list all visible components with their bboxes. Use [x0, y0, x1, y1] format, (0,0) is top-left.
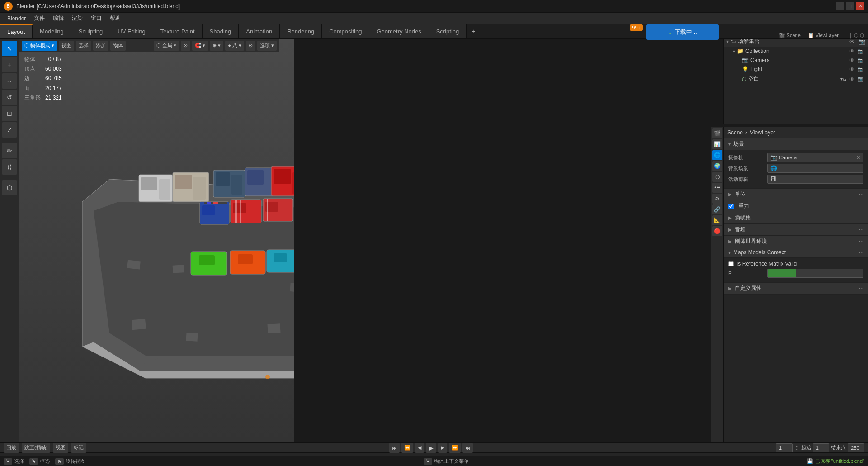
prop-tab-material[interactable]: 🔴 [712, 226, 722, 236]
download-button[interactable]: ↓ 下载中... [646, 24, 719, 40]
start-frame-input[interactable]: 1 [813, 443, 830, 452]
units-section-header[interactable]: ▶ 单位 ⋯ [724, 189, 868, 200]
jump-start-button[interactable]: ⏮ [389, 443, 400, 453]
collection-eye-icon[interactable]: 👁 [848, 48, 855, 54]
camera-clear-icon[interactable]: ✕ [856, 155, 860, 161]
empty-eye-icon[interactable]: 👁 [848, 76, 855, 82]
viewlayer-selector[interactable]: 📋 ViewLayer [808, 33, 839, 38]
view-menu-timeline[interactable]: 视图 [53, 443, 68, 453]
maximize-button[interactable]: □ [846, 2, 854, 10]
r-value-field[interactable] [767, 269, 863, 278]
snap-toggle[interactable]: 🧲 ▾ [192, 41, 208, 51]
tab-animation[interactable]: Animation [239, 24, 280, 38]
audio-section-header[interactable]: ▶ 音频 ⋯ [724, 224, 868, 236]
prop-tab-world[interactable]: 🌍 [712, 161, 722, 171]
add-menu[interactable]: 添加 [93, 41, 108, 51]
tab-layout[interactable]: Layout [0, 24, 33, 38]
object-mode-selector[interactable]: ⬡ 物体模式 ▾ [22, 41, 57, 51]
menu-file[interactable]: 文件 [30, 13, 48, 24]
playback-menu[interactable]: 回放 [4, 443, 19, 453]
next-keyframe-button[interactable]: ▶ [438, 443, 447, 453]
tool-cursor[interactable]: + [2, 57, 17, 72]
tab-texture-paint[interactable]: Texture Paint [153, 24, 203, 38]
gravity-checkbox[interactable] [728, 204, 734, 209]
tool-move[interactable]: ↔ [2, 73, 17, 89]
prop-tab-render[interactable]: 🎬 [712, 128, 722, 138]
viewport-overlays[interactable]: ● 八 ▾ [225, 41, 244, 51]
3d-viewport[interactable]: CG模型主 www.CGMXW.com CG模型主 www.CGMXW.com … [19, 39, 294, 442]
menu-blender[interactable]: Blender [4, 14, 29, 23]
gravity-section-header[interactable]: 重力 ⋯ [724, 200, 868, 212]
outliner-item-camera[interactable]: 📷 Camera 👁 📷 [724, 56, 868, 65]
prev-frame-button[interactable]: ⏪ [401, 443, 413, 453]
jump-to-menu[interactable]: 跳至(插帧) [22, 443, 50, 453]
global-local-toggle[interactable]: ⬡ 全局 ▾ [154, 41, 179, 51]
camera-render-icon[interactable]: 📷 [857, 57, 864, 63]
prop-tab-scene[interactable]: 🌐 [712, 150, 722, 160]
mode-icon: ⬡ [24, 43, 29, 48]
menu-render[interactable]: 渲染 [68, 13, 86, 24]
maps-models-section-header[interactable]: ▾ Maps Models Context ⋯ [724, 247, 868, 258]
play-button[interactable]: ▶ [426, 443, 436, 453]
scene-section-header[interactable]: ▾ 场景 ⋯ [724, 138, 868, 150]
light-eye-icon[interactable]: 👁 [848, 67, 855, 72]
tab-scripting[interactable]: Scripting [429, 24, 467, 38]
prop-tab-output[interactable]: 📊 [712, 139, 722, 149]
custom-props-section-header[interactable]: ▶ 自定义属性 ⋯ [724, 283, 868, 295]
rigid-body-section-header[interactable]: ▶ 刚体世界环境 ⋯ [724, 236, 868, 247]
current-frame-input[interactable]: 1 [776, 443, 793, 452]
tool-scale[interactable]: ⊡ [2, 106, 17, 121]
prop-tab-constraints[interactable]: 🔗 [712, 204, 722, 214]
tool-annotate[interactable]: ✏ [2, 143, 17, 158]
camera-eye-icon[interactable]: 👁 [848, 57, 855, 63]
prev-keyframe-button[interactable]: ◀ [415, 443, 424, 453]
end-frame-input[interactable]: 250 [848, 443, 864, 452]
outliner-item-light[interactable]: 💡 Light 👁 📷 [724, 65, 868, 74]
scene-collection-render[interactable]: 📷 [859, 38, 865, 45]
scene-collection-eye[interactable]: 👁 [849, 38, 855, 45]
collection-render-icon[interactable]: 📷 [857, 48, 864, 54]
select-menu[interactable]: 选择 [76, 41, 91, 51]
marks-menu[interactable]: 标记 [71, 443, 86, 453]
tab-add-button[interactable]: + [467, 25, 480, 38]
background-prop-value[interactable]: 🌐 [767, 164, 863, 173]
tool-transform[interactable]: ⤢ [2, 122, 17, 138]
menu-window[interactable]: 窗口 [87, 13, 105, 24]
jump-end-button[interactable]: ⏭ [462, 443, 473, 453]
tab-modeling[interactable]: Modeling [33, 24, 71, 38]
overlay-options[interactable]: 选项 ▾ [257, 41, 277, 51]
proportional-edit[interactable]: ⊙ [181, 41, 190, 51]
prop-tab-data[interactable]: 📐 [712, 215, 722, 225]
tool-add-cube[interactable]: ⬡ [2, 180, 17, 195]
menu-help[interactable]: 帮助 [106, 13, 124, 24]
close-button[interactable]: ✕ [856, 2, 864, 10]
light-render-icon[interactable]: 📷 [857, 67, 864, 72]
keyframes-section-header[interactable]: ▶ 插帧集 ⋯ [724, 212, 868, 224]
tab-shading[interactable]: Shading [203, 24, 239, 38]
next-frame-button[interactable]: ⏩ [449, 443, 461, 453]
is-ref-valid-checkbox[interactable] [728, 261, 734, 266]
scene-selector[interactable]: 🎬 Scene [779, 33, 801, 38]
active-clip-value[interactable]: 🎞 [767, 175, 863, 184]
tab-sculpting[interactable]: Sculpting [71, 24, 110, 38]
prop-tab-particles[interactable]: ••• [712, 183, 722, 193]
tab-uv-editing[interactable]: UV Editing [110, 24, 153, 38]
outliner-item-empty[interactable]: ⬡ 空白 ▾₈₄ 👁 📷 [724, 74, 868, 84]
object-menu[interactable]: 物体 [110, 41, 126, 51]
menu-edit[interactable]: 编辑 [49, 13, 67, 24]
prop-tab-physics[interactable]: ⚙ [712, 194, 722, 204]
view-menu[interactable]: 视图 [59, 41, 74, 51]
tab-geometry-nodes[interactable]: Geometry Nodes [369, 24, 429, 38]
minimize-button[interactable]: — [836, 2, 844, 10]
tool-measure[interactable]: ⟨⟩ [2, 159, 17, 175]
empty-render-icon[interactable]: 📷 [857, 76, 864, 82]
transform-pivot[interactable]: ⊕ ▾ [210, 41, 223, 51]
tab-rendering[interactable]: Rendering [280, 24, 322, 38]
tool-select[interactable]: ↖ [2, 41, 17, 56]
outliner-item-collection[interactable]: ▾ 📁 Collection 👁 📷 [724, 47, 868, 56]
camera-prop-value[interactable]: 📷 Camera ✕ [767, 153, 863, 162]
tool-rotate[interactable]: ↺ [2, 90, 17, 105]
prop-tab-object[interactable]: ⬡ [712, 172, 722, 182]
tab-compositing[interactable]: Compositing [322, 24, 369, 38]
gizmos-toggle[interactable]: ⊘ [246, 41, 255, 51]
